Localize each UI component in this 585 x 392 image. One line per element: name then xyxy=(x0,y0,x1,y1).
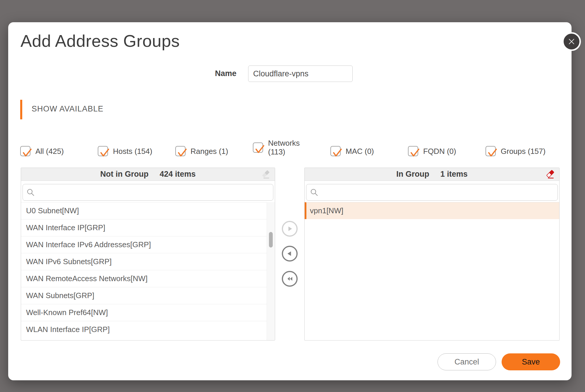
page-title: Add Address Groups xyxy=(20,31,180,51)
checkbox-checked-icon[interactable] xyxy=(330,146,341,156)
clear-not-in-group-button[interactable] xyxy=(261,169,271,180)
move-left-button[interactable] xyxy=(282,246,298,262)
list-item-label: Well-Known Pref64[NW] xyxy=(26,308,108,317)
add-address-groups-dialog: Add Address Groups Name SHOW AVAILABLE A… xyxy=(8,22,572,380)
arrow-left-icon xyxy=(287,250,293,257)
list-item[interactable]: WAN Interface IPv6 Addresses[GRP] xyxy=(21,236,267,253)
list-item-label: WLAN Interface IP[GRP] xyxy=(26,325,110,334)
list-item-label: vpn1[NW] xyxy=(310,206,343,215)
search-icon xyxy=(26,188,35,197)
filter-checkbox-item[interactable]: Hosts (154) xyxy=(98,146,175,156)
in-group-header: In Group 1 items xyxy=(305,168,559,181)
not-in-group-panel: Not in Group 424 items xyxy=(21,168,275,341)
not-in-group-count: 424 items xyxy=(159,170,195,179)
filter-checkbox-item[interactable]: Networks (113) xyxy=(253,139,330,156)
checkbox-checked-icon[interactable] xyxy=(98,146,108,156)
filter-label: FQDN (0) xyxy=(423,147,456,156)
list-item-label: WAN RemoteAccess Networks[NW] xyxy=(26,274,147,283)
filter-label: Ranges (1) xyxy=(191,147,228,156)
eraser-icon xyxy=(545,169,556,180)
list-item[interactable]: WLAN Interface IP[GRP] xyxy=(21,321,267,338)
eraser-icon xyxy=(261,169,271,180)
list-item[interactable]: WAN Subnets[GRP] xyxy=(21,287,267,304)
name-field[interactable] xyxy=(248,66,353,82)
checkbox-checked-icon[interactable] xyxy=(408,146,418,156)
clear-in-group-button[interactable] xyxy=(545,169,556,180)
filter-row: All (425) Hosts (154) Ranges (1) xyxy=(20,134,563,156)
checkbox-checked-icon[interactable] xyxy=(175,146,186,156)
checkbox-checked-icon[interactable] xyxy=(20,146,30,156)
list-item[interactable]: WAN RemoteAccess Networks[NW] xyxy=(21,270,267,287)
double-arrow-left-icon xyxy=(286,276,293,282)
list-item-label: WAN IPv6 Subnets[GRP] xyxy=(26,257,111,266)
checkbox-checked-icon[interactable] xyxy=(486,146,496,156)
name-label: Name xyxy=(195,69,236,78)
list-item-label: WAN Subnets[GRP] xyxy=(26,291,94,300)
list-item-label: WAN Interface IP[GRP] xyxy=(26,223,105,232)
list-item-selected[interactable]: vpn1[NW] xyxy=(305,202,559,219)
scrollbar-track[interactable] xyxy=(267,202,275,340)
move-all-left-button[interactable] xyxy=(282,271,298,287)
list-item[interactable]: WAN IPv6 Subnets[GRP] xyxy=(21,253,267,270)
filter-label: MAC (0) xyxy=(346,147,374,156)
filter-label: All (425) xyxy=(35,147,64,156)
scrollbar-thumb[interactable] xyxy=(269,232,273,247)
checkbox-checked-icon[interactable] xyxy=(253,142,263,153)
list-item-label: U0 Subnet[NW] xyxy=(26,206,79,215)
in-group-search xyxy=(306,184,558,201)
move-right-button[interactable] xyxy=(282,221,298,237)
filter-checkbox-item[interactable]: All (425) xyxy=(20,146,98,156)
not-in-group-search-input[interactable] xyxy=(37,184,273,200)
filter-checkbox-item[interactable]: Ranges (1) xyxy=(175,146,253,156)
in-group-search-input[interactable] xyxy=(321,184,557,200)
list-item-label: WAN Interface IPv6 Addresses[GRP] xyxy=(26,240,151,249)
not-in-group-title: Not in Group xyxy=(100,170,148,179)
list-item[interactable]: Well-Known Pref64[NW] xyxy=(21,304,267,321)
in-group-list: vpn1[NW] xyxy=(305,202,559,340)
section-label: SHOW AVAILABLE xyxy=(32,104,104,114)
search-icon xyxy=(310,188,319,197)
not-in-group-list: U0 Subnet[NW] WAN Interface IP[GRP] WAN … xyxy=(21,202,267,340)
save-button[interactable]: Save xyxy=(502,353,560,370)
cancel-button[interactable]: Cancel xyxy=(438,353,496,370)
close-button[interactable] xyxy=(562,32,581,51)
list-item[interactable]: U0 Subnet[NW] xyxy=(21,202,267,219)
arrow-right-icon xyxy=(287,226,293,232)
filter-label: Groups (157) xyxy=(501,147,545,156)
filter-label: Networks (113) xyxy=(268,139,317,156)
close-icon xyxy=(567,37,576,46)
not-in-group-header: Not in Group 424 items xyxy=(21,168,275,181)
section-accent-bar xyxy=(20,100,22,119)
in-group-panel: In Group 1 items xyxy=(304,168,560,341)
in-group-count: 1 items xyxy=(440,170,468,179)
filter-label: Hosts (154) xyxy=(113,147,152,156)
filter-checkbox-item[interactable]: FQDN (0) xyxy=(408,146,486,156)
list-item[interactable]: WAN Interface IP[GRP] xyxy=(21,219,267,236)
in-group-title: In Group xyxy=(396,170,429,179)
filter-checkbox-item[interactable]: MAC (0) xyxy=(330,146,408,156)
filter-checkbox-item[interactable]: Groups (157) xyxy=(486,146,563,156)
not-in-group-search xyxy=(23,184,273,201)
